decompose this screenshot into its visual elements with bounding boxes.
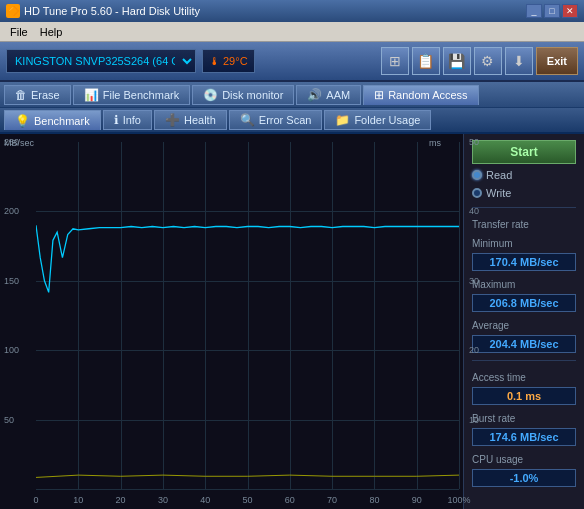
write-radio-row: Write — [472, 186, 576, 200]
nav-erase[interactable]: 🗑 Erase — [4, 85, 71, 105]
nav-aam-label: AAM — [326, 89, 350, 101]
minimum-value: 170.4 MB/sec — [472, 253, 576, 271]
nav-health[interactable]: ➕ Health — [154, 110, 227, 130]
close-button[interactable]: ✕ — [562, 4, 578, 18]
toolbar-icon-1[interactable]: ⊞ — [381, 47, 409, 75]
burst-rate-label: Burst rate — [472, 413, 576, 424]
x-tick-10: 10 — [73, 495, 83, 505]
title-bar: 🔶 HD Tune Pro 5.60 - Hard Disk Utility _… — [0, 0, 584, 22]
temperature-value: 29°C — [223, 55, 248, 67]
read-label: Read — [486, 169, 512, 181]
maximize-button[interactable]: □ — [544, 4, 560, 18]
nav-info[interactable]: ℹ Info — [103, 110, 152, 130]
average-label: Average — [472, 320, 576, 331]
temperature-display: 🌡 29°C — [202, 49, 255, 73]
y-tick-r-20: 20 — [469, 345, 479, 355]
y-tick-100: 100 — [4, 345, 19, 355]
nav-row2: 💡 Benchmark ℹ Info ➕ Health 🔍 Error Scan… — [0, 108, 584, 134]
main-content: 250 200 150 100 50 50 40 30 20 10 0 10 2… — [0, 134, 584, 509]
access-time-label: Access time — [472, 372, 576, 383]
thermometer-icon: 🌡 — [209, 55, 220, 67]
divider-2 — [472, 360, 576, 361]
chart-svg — [36, 142, 459, 489]
grid-h-5 — [36, 489, 459, 490]
read-radio[interactable] — [472, 170, 482, 180]
toolbar-icons: ⊞ 📋 💾 ⚙ ⬇ Exit — [381, 47, 578, 75]
nav-error-scan-label: Error Scan — [259, 114, 312, 126]
x-tick-20: 20 — [116, 495, 126, 505]
divider-1 — [472, 207, 576, 208]
health-icon: ➕ — [165, 113, 180, 127]
nav-file-benchmark[interactable]: 📊 File Benchmark — [73, 85, 190, 105]
nav-erase-label: Erase — [31, 89, 60, 101]
menu-file[interactable]: File — [4, 25, 34, 39]
toolbar-icon-4[interactable]: ⚙ — [474, 47, 502, 75]
chart-grid: 250 200 150 100 50 50 40 30 20 10 0 10 2… — [36, 142, 459, 489]
average-value: 204.4 MB/sec — [472, 335, 576, 353]
y-tick-r-30: 30 — [469, 276, 479, 286]
x-tick-50: 50 — [242, 495, 252, 505]
toolbar-icon-3[interactable]: 💾 — [443, 47, 471, 75]
maximum-label: Maximum — [472, 279, 576, 290]
disk-monitor-icon: 💿 — [203, 88, 218, 102]
nav-aam[interactable]: 🔊 AAM — [296, 85, 361, 105]
toolbar-icon-5[interactable]: ⬇ — [505, 47, 533, 75]
benchmark-icon: 💡 — [15, 114, 30, 128]
nav-info-label: Info — [123, 114, 141, 126]
nav-error-scan[interactable]: 🔍 Error Scan — [229, 110, 323, 130]
write-radio[interactable] — [472, 188, 482, 198]
x-tick-90: 90 — [412, 495, 422, 505]
burst-rate-value: 174.6 MB/sec — [472, 428, 576, 446]
drive-select[interactable]: KINGSTON SNVP325S264 (64 GB) — [6, 49, 196, 73]
cpu-usage-value: -1.0% — [472, 469, 576, 487]
mbsec-label: MB/sec — [4, 138, 34, 148]
x-tick-60: 60 — [285, 495, 295, 505]
y-tick-50: 50 — [4, 415, 14, 425]
x-tick-100: 100% — [447, 495, 470, 505]
nav-health-label: Health — [184, 114, 216, 126]
transfer-rate-label: Transfer rate — [472, 219, 576, 230]
nav-folder-usage[interactable]: 📁 Folder Usage — [324, 110, 431, 130]
toolbar: KINGSTON SNVP325S264 (64 GB) 🌡 29°C ⊞ 📋 … — [0, 42, 584, 82]
y-tick-r-50: 50 — [469, 137, 479, 147]
nav-benchmark[interactable]: 💡 Benchmark — [4, 110, 101, 130]
error-scan-icon: 🔍 — [240, 113, 255, 127]
app-icon: 🔶 — [6, 4, 20, 18]
y-tick-200: 200 — [4, 206, 19, 216]
read-radio-row: Read — [472, 168, 576, 182]
window-controls: _ □ ✕ — [526, 4, 578, 18]
start-button[interactable]: Start — [472, 140, 576, 164]
ms-label: ms — [429, 138, 441, 148]
nav-disk-monitor[interactable]: 💿 Disk monitor — [192, 85, 294, 105]
x-tick-0: 0 — [33, 495, 38, 505]
minimum-label: Minimum — [472, 238, 576, 249]
chart-area: 250 200 150 100 50 50 40 30 20 10 0 10 2… — [0, 134, 464, 509]
nav-folder-usage-label: Folder Usage — [354, 114, 420, 126]
erase-icon: 🗑 — [15, 88, 27, 102]
nav-row1: 🗑 Erase 📊 File Benchmark 💿 Disk monitor … — [0, 82, 584, 108]
nav-random-access[interactable]: ⊞ Random Access — [363, 85, 478, 105]
nav-benchmark-label: Benchmark — [34, 115, 90, 127]
file-benchmark-icon: 📊 — [84, 88, 99, 102]
info-icon: ℹ — [114, 113, 119, 127]
nav-disk-monitor-label: Disk monitor — [222, 89, 283, 101]
random-access-icon: ⊞ — [374, 88, 384, 102]
right-panel: Start Read Write Transfer rate Minimum 1… — [464, 134, 584, 509]
toolbar-icon-2[interactable]: 📋 — [412, 47, 440, 75]
x-tick-80: 80 — [369, 495, 379, 505]
maximum-value: 206.8 MB/sec — [472, 294, 576, 312]
grid-v-10 — [459, 142, 460, 489]
y-tick-r-10: 10 — [469, 415, 479, 425]
cpu-usage-label: CPU usage — [472, 454, 576, 465]
minimize-button[interactable]: _ — [526, 4, 542, 18]
exit-button[interactable]: Exit — [536, 47, 578, 75]
menu-help[interactable]: Help — [34, 25, 69, 39]
y-tick-150: 150 — [4, 276, 19, 286]
nav-random-access-label: Random Access — [388, 89, 467, 101]
aam-icon: 🔊 — [307, 88, 322, 102]
menu-bar: File Help — [0, 22, 584, 42]
folder-usage-icon: 📁 — [335, 113, 350, 127]
access-time-value: 0.1 ms — [472, 387, 576, 405]
x-tick-40: 40 — [200, 495, 210, 505]
y-tick-r-40: 40 — [469, 206, 479, 216]
